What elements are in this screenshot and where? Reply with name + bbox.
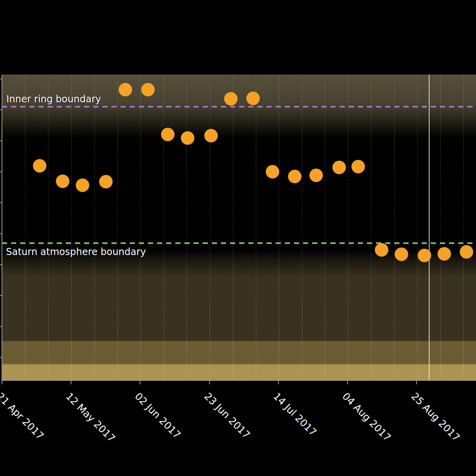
data-point [56, 175, 69, 188]
week-gridline [417, 75, 418, 381]
week-gridline [163, 75, 164, 381]
x-axis-line [2, 380, 476, 381]
x-tick-label: 12 May 2017 [64, 391, 117, 444]
week-gridline [440, 75, 441, 381]
y-tick [0, 264, 2, 265]
data-point [119, 83, 132, 96]
week-gridline [279, 75, 279, 381]
week-gridline [325, 75, 325, 381]
week-gridline [256, 75, 256, 381]
y-tick [0, 140, 2, 141]
y-tick [0, 295, 2, 296]
saturn-atmosphere-boundary-line [2, 242, 476, 244]
data-point [76, 178, 89, 192]
y-tick [0, 326, 2, 327]
week-gridline [140, 75, 141, 381]
x-tick [278, 381, 279, 384]
x-tick [416, 381, 417, 384]
data-point [309, 169, 323, 182]
week-gridline [48, 75, 48, 381]
orbit-periapsis-chart: 21 Apr 201712 May 201702 Jun 201723 Jun … [0, 0, 476, 476]
y-tick [0, 233, 2, 234]
week-gridline [210, 75, 210, 381]
week-gridline [302, 75, 302, 381]
week-gridline [463, 75, 464, 381]
y-tick [0, 357, 2, 358]
x-tick [2, 381, 2, 384]
data-point [99, 175, 113, 188]
data-point [438, 247, 451, 261]
x-tick-label: 04 Aug 2017 [340, 391, 393, 443]
week-gridline [117, 75, 118, 381]
x-tick-label: 25 Aug 2017 [409, 391, 462, 443]
x-tick [347, 381, 348, 384]
data-point [288, 170, 301, 183]
plot-area [2, 75, 476, 381]
week-gridline [394, 75, 395, 381]
end-of-data-marker-line [429, 75, 430, 381]
x-tick-label: 21 Apr 2017 [0, 391, 46, 442]
x-tick-label: 23 Jun 2017 [202, 391, 252, 441]
week-gridline [233, 75, 233, 381]
data-point [224, 92, 238, 106]
y-tick [0, 79, 2, 79]
x-tick-label: 14 Jul 2017 [271, 391, 319, 438]
data-point [33, 159, 46, 173]
data-point [266, 165, 279, 178]
data-point [161, 128, 175, 141]
data-point [460, 245, 473, 259]
x-tick-label: 02 Jun 2017 [133, 391, 183, 441]
y-tick [0, 202, 2, 203]
week-gridline [348, 75, 348, 381]
week-gridline [371, 75, 371, 381]
data-point [375, 243, 388, 257]
inner-ring-boundary-line [2, 106, 476, 107]
data-point [141, 83, 155, 96]
x-tick [140, 381, 140, 384]
data-point [246, 92, 260, 105]
saturn-atmosphere-boundary-label: Saturn atmosphere boundary [6, 246, 146, 257]
inner-ring-boundary-label: Inner ring boundary [6, 94, 101, 105]
week-gridline [25, 75, 25, 381]
data-point [332, 161, 346, 174]
data-point [181, 131, 194, 145]
week-gridline [71, 75, 72, 381]
data-point [204, 129, 218, 142]
data-point [395, 248, 408, 261]
week-gridline [94, 75, 95, 381]
y-tick [0, 109, 2, 110]
x-tick [71, 381, 71, 384]
x-tick [209, 381, 210, 384]
y-tick [0, 171, 2, 172]
week-gridline [186, 75, 187, 381]
data-point [418, 249, 431, 262]
y-axis-line [2, 75, 2, 381]
data-point [351, 160, 365, 173]
